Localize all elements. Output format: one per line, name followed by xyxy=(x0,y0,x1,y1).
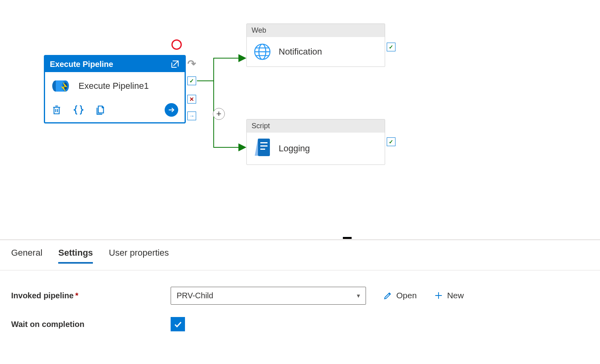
pipeline-canvas[interactable]: Execute Pipeline Execute Pipeline1 xyxy=(0,0,600,239)
code-icon[interactable] xyxy=(73,104,84,115)
open-pipeline-button[interactable]: Open xyxy=(384,291,417,300)
delete-icon[interactable] xyxy=(51,104,62,115)
activity-name-label: Execute Pipeline1 xyxy=(79,81,149,91)
tab-underline xyxy=(0,270,600,270)
failure-connector[interactable]: ✕ xyxy=(187,95,196,104)
activity-toolbar xyxy=(45,100,185,122)
pencil-icon xyxy=(384,291,392,300)
chevron-down-icon: ▾ xyxy=(357,292,360,299)
activity-name-label: Logging xyxy=(279,143,310,154)
success-connector[interactable]: ✓ xyxy=(187,76,196,85)
activity-type-label: Script xyxy=(252,119,270,133)
success-connector[interactable]: ✓ xyxy=(387,137,395,146)
open-external-icon[interactable] xyxy=(170,59,180,69)
settings-form: Invoked pipeline* PRV-Child ▾ Open New W… xyxy=(11,284,529,336)
script-icon xyxy=(253,138,271,159)
activity-name-label: Notification xyxy=(279,47,322,57)
panel-resize-grip[interactable] xyxy=(343,237,352,239)
activity-type-label: Execute Pipeline xyxy=(50,56,113,72)
globe-icon xyxy=(253,43,271,61)
invoked-pipeline-value: PRV-Child xyxy=(177,291,213,300)
run-next-icon[interactable] xyxy=(165,103,178,117)
wait-on-completion-checkbox[interactable] xyxy=(171,317,185,331)
tab-user-properties[interactable]: User properties xyxy=(109,248,169,264)
add-activity-button[interactable]: + xyxy=(213,108,225,120)
svg-rect-9 xyxy=(260,149,265,150)
tab-general[interactable]: General xyxy=(11,248,42,264)
invoked-pipeline-label: Invoked pipeline* xyxy=(11,291,171,300)
plus-icon xyxy=(434,291,443,300)
new-pipeline-button[interactable]: New xyxy=(434,291,464,300)
activity-web[interactable]: Web Notification xyxy=(246,23,385,67)
activity-execute-pipeline[interactable]: Execute Pipeline Execute Pipeline1 xyxy=(44,55,186,123)
success-connector[interactable]: ✓ xyxy=(387,43,395,51)
breakpoint-indicator[interactable] xyxy=(171,39,182,50)
svg-rect-6 xyxy=(258,139,270,156)
tab-settings[interactable]: Settings xyxy=(58,248,93,264)
activity-script[interactable]: Script Logging xyxy=(246,119,385,165)
invoked-pipeline-select[interactable]: PRV-Child ▾ xyxy=(171,287,366,305)
wait-on-completion-label: Wait on completion xyxy=(11,320,171,329)
copy-icon[interactable] xyxy=(95,104,106,115)
pipeline-icon xyxy=(51,78,71,94)
redo-icon[interactable]: ↷ xyxy=(187,58,196,70)
activity-type-label: Web xyxy=(252,24,266,37)
activity-header: Execute Pipeline xyxy=(45,56,185,72)
properties-tabs: General Settings User properties xyxy=(11,248,169,264)
panel-divider xyxy=(0,239,600,240)
activity-header: Script xyxy=(247,119,385,133)
completion-connector[interactable]: → xyxy=(187,112,196,120)
activity-header: Web xyxy=(247,24,385,37)
svg-rect-7 xyxy=(260,142,268,143)
svg-rect-8 xyxy=(260,145,268,147)
